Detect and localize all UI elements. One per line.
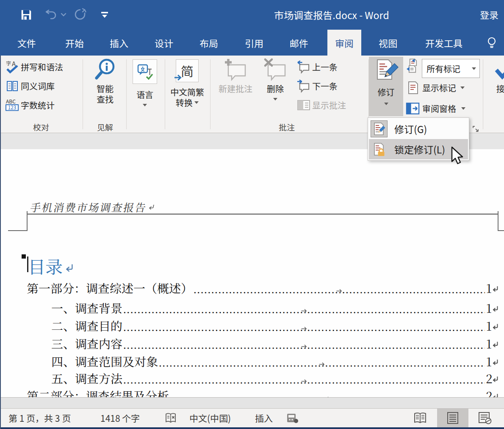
macro-recording-status-icon[interactable]: [286, 413, 298, 426]
proofing-status-icon[interactable]: [164, 412, 177, 427]
proofing-group-label: 校对: [33, 121, 49, 131]
paragraph-mark: [492, 279, 501, 296]
thesaurus-icon: [5, 79, 19, 93]
insert-mode-status[interactable]: 插入: [255, 412, 273, 424]
show-markup-dropdown-arrow: [460, 86, 465, 89]
toc-entry[interactable]: 四、调查范围及对象...............................…: [27, 352, 501, 370]
ribbon-tab-2[interactable]: 开始: [58, 30, 91, 56]
smart-lookup-label-line2: 查找: [97, 94, 114, 104]
toc-entry[interactable]: 五、调查方法..................................…: [27, 369, 501, 387]
svg-text:字: 字: [6, 60, 11, 67]
toc-dot-leader: ........................................…: [123, 320, 485, 334]
next-comment-button[interactable]: 下一条: [296, 79, 338, 93]
title-bar: 市场调查报告.docx - Word 登录: [0, 0, 504, 30]
show-markup-button[interactable]: 显示标记: [406, 81, 465, 95]
toc-entry[interactable]: 三、调查内容..................................…: [27, 334, 501, 352]
chinese-conversion-button[interactable]: 简 中文简繁 转换: [168, 57, 207, 116]
new-comment-label: 新建批注: [219, 83, 252, 94]
reviewing-pane-dropdown-arrow: [461, 107, 465, 110]
show-comments-icon: [296, 98, 310, 112]
toc-entry[interactable]: 二、调查目的..................................…: [27, 317, 501, 334]
language-icon: [133, 57, 157, 86]
delete-dropdown-arrow: [273, 98, 277, 100]
track-changes-dropdown-arrow: [384, 103, 388, 105]
window-title: 市场调查报告.docx - Word: [268, 8, 395, 22]
tab-character-mark-icon: [301, 303, 308, 317]
delete-comment-button[interactable]: 删除: [258, 57, 292, 116]
print-layout-view-button[interactable]: [437, 409, 468, 427]
paragraph-mark-icon: [492, 340, 500, 348]
show-comments-button[interactable]: 显示批注: [296, 98, 346, 112]
show-markup-icon: [406, 81, 420, 95]
document-canvas[interactable]: 手机消费市场调查报告 目录 第一部分：调查综述一（概述）............…: [0, 133, 504, 397]
paragraph-mark-icon: [492, 393, 500, 397]
word-count-icon: ABC 123: [5, 98, 19, 112]
group-separator: [126, 59, 127, 129]
ribbon-tab-5[interactable]: 布局: [192, 30, 226, 56]
undo-dropdown-chevron[interactable]: [60, 0, 67, 30]
customize-quick-access-toolbar-button[interactable]: [98, 0, 111, 30]
toc-page-number: 1: [486, 335, 492, 352]
toc-entry[interactable]: 第一部分：调查综述一（概述）..........................…: [27, 279, 501, 297]
tell-me-lightbulb-icon[interactable]: [484, 30, 499, 56]
ribbon-tab-8[interactable]: 审阅: [327, 30, 361, 56]
previous-comment-icon: [296, 60, 310, 74]
read-mode-view-button[interactable]: [404, 409, 436, 427]
smart-lookup-button[interactable]: 智能 查找: [88, 57, 122, 116]
ribbon-tab-6[interactable]: 引用: [237, 30, 271, 56]
word-count-button[interactable]: ABC 123 字数统计: [5, 98, 55, 112]
display-for-review-select[interactable]: 所有标记: [422, 59, 480, 78]
word-count-status[interactable]: 1418 个字: [100, 412, 140, 424]
undo-icon: [44, 8, 58, 21]
toc-page-number: 2: [486, 370, 492, 387]
new-comment-button[interactable]: 新建批注: [215, 57, 256, 116]
svg-text:123: 123: [8, 103, 16, 111]
accept-button[interactable]: 接受: [488, 57, 504, 116]
language-button[interactable]: 语言: [128, 57, 162, 116]
delete-comment-icon: [262, 57, 288, 83]
redo-button[interactable]: [71, 0, 89, 30]
previous-comment-button[interactable]: 上一条: [296, 60, 338, 74]
window-left-edge: [0, 56, 1, 429]
tab-character-mark-icon: [301, 373, 308, 387]
page-number-status[interactable]: 第 1 页，共 3 页: [8, 412, 71, 424]
toc-page-number: 1: [486, 317, 492, 334]
display-for-review-dropdown-arrow: [472, 67, 476, 70]
delete-comment-label: 删除: [267, 83, 284, 94]
redo-icon: [73, 8, 87, 22]
tab-character-mark-icon: [318, 356, 326, 370]
ribbon-tab-10[interactable]: 开发工具: [418, 30, 470, 56]
ribbon-tab-3[interactable]: 插入: [102, 30, 136, 56]
accept-label: 接受: [496, 83, 504, 94]
reviewing-pane-icon: [406, 101, 420, 115]
tracking-dialog-launcher[interactable]: [472, 125, 479, 132]
previous-comment-label: 上一条: [312, 61, 338, 73]
track-changes-button[interactable]: 修订: [369, 57, 403, 116]
toc-entry[interactable]: 第二部分：调查结果及分析............................…: [27, 387, 501, 397]
thesaurus-button[interactable]: 同义词库: [5, 79, 55, 93]
toc-dot-leader: ........................................…: [170, 390, 485, 397]
web-layout-icon: [478, 412, 492, 424]
ribbon-tab-9[interactable]: 视图: [371, 30, 405, 56]
reviewing-pane-button[interactable]: 审阅窗格: [406, 101, 465, 115]
spelling-grammar-button[interactable]: 字 A 拼写和语法: [5, 60, 63, 74]
language-status[interactable]: 中文(中国): [189, 412, 231, 424]
ribbon-tab-4[interactable]: 设计: [147, 30, 181, 56]
display-for-review-row: [406, 58, 422, 72]
ribbon-tab-7[interactable]: 邮件: [282, 30, 316, 56]
web-layout-view-button[interactable]: [469, 409, 501, 427]
menu-item-track-changes[interactable]: 修订(G): [369, 119, 468, 139]
toc-entry[interactable]: 一、调查背景..................................…: [27, 299, 501, 317]
sign-in-button[interactable]: 登录: [480, 8, 498, 21]
paragraph-mark-icon: [492, 285, 500, 293]
tab-character-mark-icon: [301, 338, 308, 352]
ribbon-tab-bar: 文件开始插入设计布局引用邮件审阅视图开发工具: [0, 30, 504, 56]
paragraph-mark: [492, 335, 501, 352]
toc-dot-leader: ........................................…: [123, 373, 485, 387]
show-comments-label: 显示批注: [312, 99, 346, 111]
next-comment-label: 下一条: [312, 80, 338, 92]
save-button[interactable]: [19, 0, 34, 30]
save-icon: [20, 8, 33, 21]
ribbon-tab-1[interactable]: 文件: [10, 30, 44, 56]
undo-button[interactable]: [42, 0, 59, 30]
